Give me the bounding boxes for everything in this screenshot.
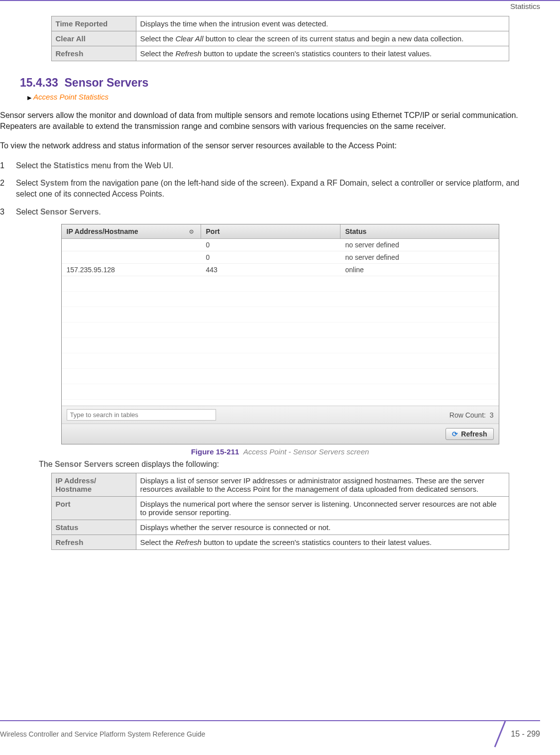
table2-intro-post: screen displays the following: (113, 460, 219, 468)
table-row: RefreshSelect the Refresh button to upda… (51, 535, 509, 550)
header-section-label: Statistics (510, 0, 540, 10)
screenshot-cell (62, 239, 201, 251)
table2-intro-bold: Sensor Servers (55, 460, 113, 468)
table-row: StatusDisplays whether the server resour… (51, 520, 509, 535)
refresh-button-label: Refresh (461, 430, 487, 438)
table2-intro: The Sensor Servers screen displays the f… (39, 460, 540, 469)
table-row: Clear AllSelect the Clear All button to … (51, 31, 509, 46)
def-desc: Select the Refresh button to update the … (136, 46, 509, 61)
def-term: IP Address/Hostname (51, 473, 136, 497)
col-header-ip-label: IP Address/Hostname (67, 227, 138, 235)
def-term: Time Reported (51, 16, 136, 31)
section-title: Sensor Servers (65, 76, 149, 89)
screenshot-empty-rows (62, 276, 499, 406)
refresh-button[interactable]: ⟳ Refresh (446, 428, 493, 440)
row-count-value: 3 (490, 411, 494, 419)
definition-table-2: IP Address/HostnameDisplays a list of se… (51, 473, 509, 550)
section-heading: 15.4.33 Sensor Servers (20, 76, 560, 90)
def-desc: Displays the time when the intrusion eve… (136, 16, 509, 31)
col-header-ip[interactable]: IP Address/Hostname ⊙ (62, 224, 201, 238)
breadcrumb-label: Access Point Statistics (33, 93, 109, 101)
table-row: RefreshSelect the Refresh button to upda… (51, 46, 509, 61)
figure-title: Access Point - Sensor Servers screen (243, 447, 369, 456)
page-slash-icon (491, 724, 508, 744)
figure-number: Figure 15-211 (191, 447, 239, 456)
screenshot-cell: no server defined (340, 251, 499, 263)
def-term: Refresh (51, 46, 136, 61)
screenshot-row[interactable]: 0no server defined (62, 251, 499, 264)
screenshot-button-bar: ⟳ Refresh (62, 424, 499, 444)
table2-intro-pre: The (39, 460, 55, 468)
row-count: Row Count: 3 (449, 411, 494, 419)
screenshot-footer-row: Row Count: 3 (62, 406, 499, 424)
footer-rule (0, 720, 540, 721)
def-desc: Select the Clear All button to clear the… (136, 31, 509, 46)
search-input[interactable] (67, 409, 216, 421)
definition-table-1: Time ReportedDisplays the time when the … (51, 16, 509, 61)
refresh-icon: ⟳ (452, 430, 458, 438)
screenshot-table-body: 0no server defined0no server defined157.… (62, 239, 499, 276)
figure-caption: Figure 15-211 Access Point - Sensor Serv… (0, 447, 560, 456)
footer-page-text: 15 - 299 (511, 730, 540, 739)
screenshot-cell: no server defined (340, 239, 499, 251)
screenshot-cell: 0 (201, 251, 340, 263)
step-item: Select System from the navigation pane (… (0, 178, 540, 199)
def-desc: Select the Refresh button to update the … (136, 535, 509, 550)
screenshot-table-header: IP Address/Hostname ⊙ Port Status (62, 224, 499, 239)
screenshot-cell (62, 251, 201, 263)
page-content: Time ReportedDisplays the time when the … (0, 1, 560, 550)
sensor-servers-screenshot: IP Address/Hostname ⊙ Port Status 0no se… (61, 224, 499, 444)
breadcrumb-arrow-icon: ▶ (27, 95, 31, 101)
def-term: Refresh (51, 535, 136, 550)
intro-paragraph-1: Sensor servers allow the monitor and dow… (0, 110, 540, 131)
col-header-port[interactable]: Port (201, 224, 340, 238)
screenshot-cell: 157.235.95.128 (62, 264, 201, 276)
table-row: IP Address/HostnameDisplays a list of se… (51, 473, 509, 497)
footer-guide-title: Wireless Controller and Service Platform… (0, 730, 205, 738)
footer-page-number: 15 - 299 (491, 724, 540, 744)
def-desc: Displays a list of sensor server IP addr… (136, 473, 509, 497)
steps-list: Select the Statistics menu from the Web … (0, 160, 540, 217)
screenshot-row[interactable]: 0no server defined (62, 239, 499, 251)
intro-paragraph-2: To view the network address and status i… (0, 140, 540, 151)
screenshot-row[interactable]: 157.235.95.128443online (62, 264, 499, 276)
row-count-label: Row Count: (449, 411, 486, 419)
def-desc: Displays whether the server resource is … (136, 520, 509, 535)
screenshot-cell: 0 (201, 239, 340, 251)
step-item: Select the Statistics menu from the Web … (0, 160, 540, 171)
def-term: Port (51, 497, 136, 520)
page-footer: Wireless Controller and Service Platform… (0, 720, 560, 744)
def-term: Status (51, 520, 136, 535)
def-term: Clear All (51, 31, 136, 46)
screenshot-cell: online (340, 264, 499, 276)
def-desc: Displays the numerical port where the se… (136, 497, 509, 520)
table-row: Time ReportedDisplays the time when the … (51, 16, 509, 31)
col-header-status[interactable]: Status (340, 224, 499, 238)
section-number: 15.4.33 (20, 76, 58, 89)
screenshot-cell: 443 (201, 264, 340, 276)
sort-asc-icon[interactable]: ⊙ (189, 228, 194, 235)
breadcrumb[interactable]: ▶Access Point Statistics (27, 93, 560, 101)
step-item: Select Sensor Servers. (0, 207, 540, 217)
table-row: PortDisplays the numerical port where th… (51, 497, 509, 520)
